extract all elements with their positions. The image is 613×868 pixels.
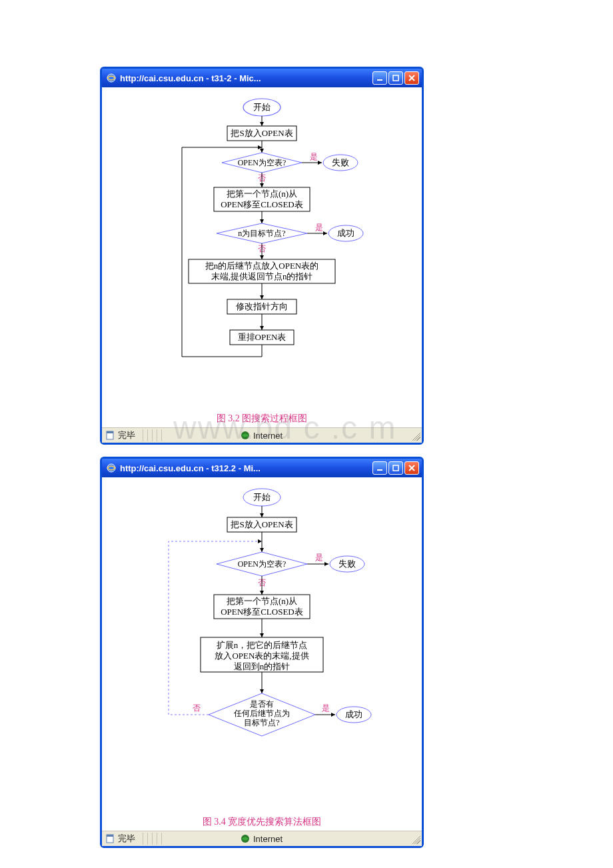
figure-caption: 图 3.2 图搜索过程框图	[102, 411, 422, 429]
ie-icon	[106, 73, 117, 83]
status-zone: Internet	[253, 431, 283, 441]
titlebar[interactable]: http://cai.csu.edu.cn - t31-2 - Mic...	[102, 69, 422, 87]
resize-grip[interactable]	[410, 833, 420, 844]
svg-point-0	[107, 74, 115, 82]
flow-step3-l3: 返回到n的指针	[234, 661, 291, 671]
resize-grip[interactable]	[410, 430, 420, 441]
flow-decision1: OPEN为空表?	[238, 559, 287, 569]
flow-dec2-l2: 任何后继节点为	[233, 709, 290, 718]
close-button[interactable]	[404, 461, 419, 475]
flow-fail: 失败	[332, 157, 349, 167]
titlebar[interactable]: http://cai.csu.edu.cn - t312.2 - Mi...	[102, 459, 422, 477]
page-icon	[105, 833, 115, 844]
flowchart-2: 开始 把S放入OPEN表 OPEN为空表? 是 失败 否	[102, 477, 422, 815]
statusbar: 完毕 Internet	[102, 427, 422, 443]
flow-success: 成功	[345, 709, 362, 719]
page-icon	[105, 430, 115, 441]
svg-point-26	[107, 464, 115, 472]
flow-step5: 重排OPEN表	[238, 332, 287, 342]
label-yes: 是	[315, 553, 323, 562]
flow-step3-l1: 把n的后继节点放入OPEN表的	[205, 261, 318, 271]
close-button[interactable]	[404, 71, 419, 85]
internet-zone-icon	[240, 430, 251, 441]
label-no2: 否	[193, 703, 201, 713]
flow-dec2-l1: 是否有	[250, 699, 274, 709]
window-title: http://cai.csu.edu.cn - t312.2 - Mi...	[120, 463, 372, 473]
flow-step1: 把S放入OPEN表	[231, 128, 293, 138]
maximize-button[interactable]	[388, 71, 403, 85]
flow-step4: 修改指针方向	[236, 301, 288, 311]
svg-rect-28	[393, 465, 398, 471]
status-zone: Internet	[253, 834, 283, 844]
flow-step2-l2: OPEN移至CLOSED表	[221, 199, 303, 209]
svg-rect-46	[107, 835, 113, 837]
svg-rect-1	[377, 79, 382, 81]
flow-fail: 失败	[338, 559, 356, 569]
flow-success: 成功	[337, 228, 354, 238]
flow-step2-l1: 把第一个节点(n)从	[227, 596, 297, 606]
maximize-button[interactable]	[388, 461, 403, 475]
flow-step2-l2: OPEN移至CLOSED表	[221, 607, 303, 617]
minimize-button[interactable]	[372, 461, 387, 475]
ie-icon	[106, 463, 117, 473]
flow-step1: 把S放入OPEN表	[231, 519, 293, 529]
browser-window-1: http://cai.csu.edu.cn - t31-2 - Mic...	[100, 67, 424, 445]
window-title: http://cai.csu.edu.cn - t31-2 - Mic...	[120, 73, 372, 83]
flow-step3-l1: 扩展n，把它的后继节点	[217, 640, 308, 650]
flowchart-1: 开始 把S放入OPEN表 OPEN为空表? 是 失败 否	[102, 87, 422, 411]
flow-decision2: n为目标节点?	[238, 229, 285, 238]
svg-rect-2	[393, 75, 398, 81]
content-area: 开始 把S放入OPEN表 OPEN为空表? 是 失败 否	[102, 87, 422, 427]
svg-rect-27	[377, 469, 382, 471]
svg-rect-24	[107, 431, 113, 433]
content-area: 开始 把S放入OPEN表 OPEN为空表? 是 失败 否	[102, 477, 422, 831]
flow-start: 开始	[253, 102, 271, 112]
figure-caption: 图 3.4 宽度优先搜索算法框图	[102, 815, 422, 832]
status-text: 完毕	[118, 429, 141, 441]
flow-decision1: OPEN为空表?	[238, 158, 287, 167]
internet-zone-icon	[240, 833, 251, 844]
status-text: 完毕	[118, 833, 141, 845]
flow-step3-l2: 末端,提供返回节点n的指针	[211, 271, 313, 281]
minimize-button[interactable]	[372, 71, 387, 85]
label-yes2: 是	[322, 703, 330, 713]
flow-dec2-l3: 目标节点?	[244, 718, 279, 727]
statusbar: 完毕 Internet	[102, 831, 422, 846]
label-yes: 是	[310, 152, 318, 161]
flow-step2-l1: 把第一个节点(n)从	[227, 189, 297, 199]
browser-window-2: http://cai.csu.edu.cn - t312.2 - Mi...	[100, 457, 424, 848]
label-yes2: 是	[315, 223, 323, 232]
flow-step3-l2: 放入OPEN表的末端,提供	[215, 651, 308, 661]
flow-start: 开始	[253, 492, 271, 502]
